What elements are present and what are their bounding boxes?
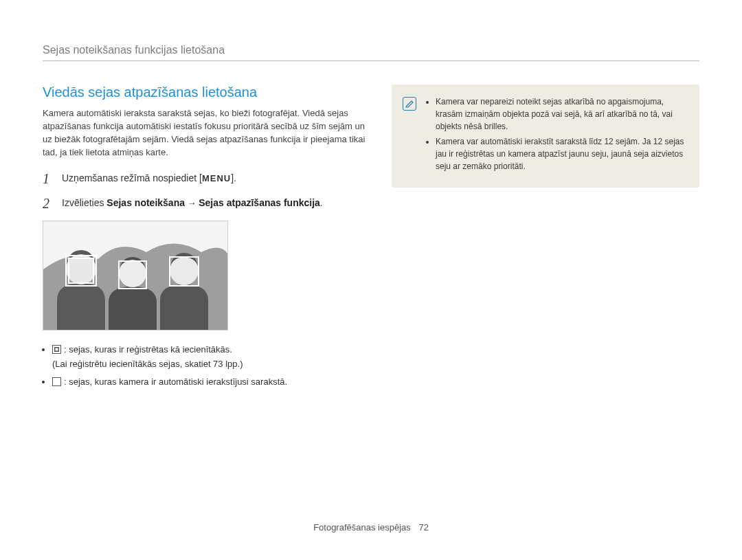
left-column: Viedās sejas atpazīšanas lietošana Kamer… <box>43 85 371 393</box>
bullet-1-text: : sejas, kuras ir reģistrētas kā iecienī… <box>64 344 232 355</box>
content-columns: Viedās sejas atpazīšanas lietošana Kamer… <box>43 85 699 393</box>
double-frame-icon <box>52 345 61 354</box>
step-2-number: 2 <box>43 196 54 211</box>
step-2-trail: . <box>320 197 323 208</box>
step-1-number: 1 <box>43 171 54 186</box>
step-1: 1 Uzņemšanas režīmā nospiediet [MENU]. <box>43 171 371 186</box>
svg-point-2 <box>119 260 146 287</box>
step-2-bold-b: Sejas atpazīšanas funkcija <box>199 197 320 208</box>
bullet-2-text: : sejas, kuras kamera ir automātiski ier… <box>64 377 287 387</box>
example-photo <box>43 221 228 331</box>
step-2-lead: Izvēlieties <box>62 197 106 208</box>
arrow-icon: → <box>185 198 199 208</box>
bullet-auto-faces: : sejas, kuras kamera ir automātiski ier… <box>52 375 371 389</box>
header-title: Sejas noteikšanas funkcijas lietošana <box>43 44 699 56</box>
header-rule <box>43 60 699 61</box>
section-title: Viedās sejas atpazīšanas lietošana <box>43 85 371 100</box>
note-icon <box>403 97 416 111</box>
bullet-favorite-faces: : sejas, kuras ir reģistrētas kā iecienī… <box>52 343 371 370</box>
svg-point-3 <box>170 256 199 285</box>
footer-label: Fotografēšanas iespējas <box>313 522 411 533</box>
bullet-list: : sejas, kuras ir reģistrētas kā iecienī… <box>43 343 371 388</box>
note-item-1: Kamera var nepareizi noteikt sejas atkar… <box>436 96 687 133</box>
single-frame-icon <box>52 377 61 386</box>
page: Sejas noteikšanas funkcijas lietošana Vi… <box>0 0 742 393</box>
note-item-2: Kamera var automātiski ierakstīt sarakst… <box>436 135 687 172</box>
footer: Fotografēšanas iespējas 72 <box>0 522 742 533</box>
note-list: Kamera var nepareizi noteikt sejas atkar… <box>426 96 687 175</box>
step-2-body: Izvēlieties Sejas noteikšana → Sejas atp… <box>62 196 323 210</box>
note-box: Kamera var nepareizi noteikt sejas atkar… <box>392 85 699 188</box>
bullet-1-sub: (Lai reģistrētu iecienītākās sejas, skat… <box>52 357 371 371</box>
step-1-text-after: ]. <box>231 172 236 183</box>
intro-paragraph: Kamera automātiski ieraksta sarakstā sej… <box>43 107 371 159</box>
step-2-bold-a: Sejas noteikšana <box>106 197 185 208</box>
footer-page-number: 72 <box>418 522 428 533</box>
step-1-text-before: Uzņemšanas režīmā nospiediet [ <box>62 172 202 183</box>
step-1-body: Uzņemšanas režīmā nospiediet [MENU]. <box>62 171 236 186</box>
step-2: 2 Izvēlieties Sejas noteikšana → Sejas a… <box>43 196 371 211</box>
menu-button-label: MENU <box>202 173 231 183</box>
right-column: Kamera var nepareizi noteikt sejas atkar… <box>392 85 699 188</box>
